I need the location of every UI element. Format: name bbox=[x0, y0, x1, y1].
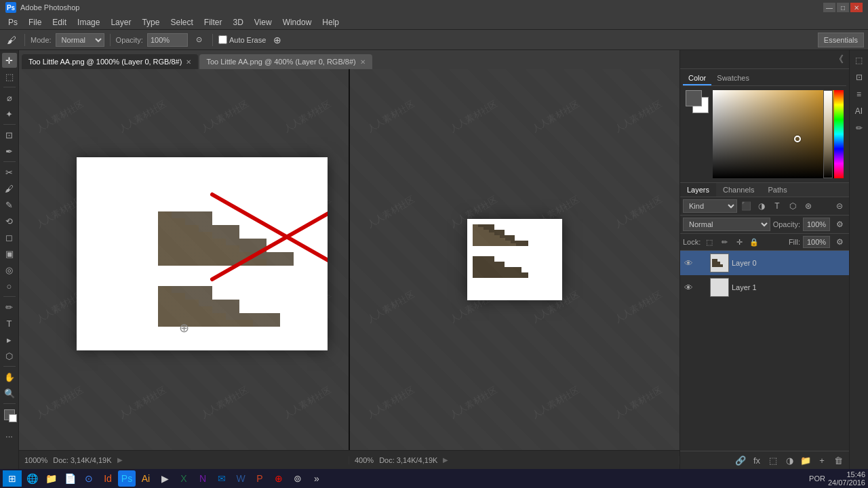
layers-filter-shape-btn[interactable]: ⬡ bbox=[786, 199, 800, 213]
history-brush-tool[interactable]: ⟲ bbox=[2, 214, 17, 228]
taskbar-photoshop-icon[interactable]: Ps bbox=[118, 470, 136, 487]
text-tool[interactable]: T bbox=[2, 316, 17, 331]
tab-layers[interactable]: Layers bbox=[680, 183, 716, 197]
menu-edit[interactable]: Edit bbox=[47, 16, 72, 28]
tab-channels[interactable]: Channels bbox=[716, 183, 761, 197]
shape-tool[interactable]: ⬡ bbox=[2, 348, 17, 363]
document-tab-1[interactable]: Too Little AA.png @ 1000% (Layer 0, RGB/… bbox=[22, 54, 198, 69]
canvas-pane-2[interactable]: 人人素材社区人人素材社区人人素材社区人人素材社区 人人素材社区人人素材社区人人素… bbox=[350, 69, 679, 450]
pressure2-btn[interactable]: ⊕ bbox=[270, 33, 285, 47]
pen-tool[interactable]: ✏ bbox=[2, 300, 17, 314]
fg-bg-color-picker[interactable] bbox=[4, 409, 15, 420]
canvas-pane-1[interactable]: 人人素材社区人人素材社区人人素材社区人人素材社区 人人素材社区人人素材社区人人素… bbox=[19, 69, 350, 450]
auto-erase-checkbox[interactable] bbox=[218, 35, 227, 44]
taskbar-files-icon[interactable]: 📄 bbox=[61, 470, 79, 487]
extras-btn-3[interactable]: ≡ bbox=[852, 87, 867, 102]
menu-view[interactable]: View bbox=[249, 16, 277, 28]
status-arrow-2[interactable]: ▶ bbox=[443, 456, 448, 464]
layer-adjust-btn[interactable]: ◑ bbox=[783, 453, 796, 467]
maximize-button[interactable]: □ bbox=[837, 3, 849, 12]
taskbar-ppt-icon[interactable]: P bbox=[251, 470, 269, 487]
extras-btn-1[interactable]: ⬚ bbox=[852, 53, 867, 68]
layer-1-visibility[interactable]: 👁 bbox=[683, 282, 694, 293]
taskbar-more-btn[interactable]: » bbox=[308, 470, 326, 487]
new-layer-btn[interactable]: + bbox=[815, 453, 829, 467]
fill-settings-btn[interactable]: ⚙ bbox=[833, 235, 846, 249]
taskbar-folder-icon[interactable]: 📁 bbox=[42, 470, 60, 487]
brush-tool-btn[interactable]: 🖌 bbox=[4, 33, 19, 47]
crop-tool[interactable]: ⊡ bbox=[2, 127, 17, 142]
more-tools-btn[interactable]: ··· bbox=[2, 428, 17, 443]
taskbar-chrome-icon[interactable]: ⊙ bbox=[80, 470, 98, 487]
lasso-tool[interactable]: ⌀ bbox=[2, 90, 17, 105]
eraser-tool[interactable]: ◻ bbox=[2, 230, 17, 245]
lock-pixels-btn[interactable]: ✏ bbox=[718, 236, 730, 248]
blend-mode-select[interactable]: Normal Dissolve Multiply bbox=[683, 218, 770, 231]
color-gradient-container[interactable] bbox=[713, 90, 844, 178]
tab-paths[interactable]: Paths bbox=[762, 183, 794, 197]
layer-0-visibility[interactable]: 👁 bbox=[683, 258, 694, 268]
taskbar-indesign-icon[interactable]: Id bbox=[99, 470, 117, 487]
taskbar-excel-icon[interactable]: X bbox=[175, 470, 193, 487]
layer-link-btn[interactable]: 🔗 bbox=[734, 453, 747, 467]
fill-value-input[interactable] bbox=[803, 236, 830, 248]
start-button[interactable]: ⊞ bbox=[3, 470, 22, 487]
menu-layer[interactable]: Layer bbox=[105, 16, 136, 28]
path-selection-tool[interactable]: ▸ bbox=[2, 332, 17, 347]
layers-filter-toggle-btn[interactable]: ⊝ bbox=[833, 199, 846, 213]
menu-select[interactable]: Select bbox=[165, 16, 198, 28]
fg-bg-boxes[interactable] bbox=[686, 90, 709, 113]
blur-tool[interactable]: ◎ bbox=[2, 262, 17, 277]
clone-stamp-tool[interactable]: ✎ bbox=[2, 197, 17, 212]
document-tab-2[interactable]: Too Little AA.png @ 400% (Layer 0, RGB/8… bbox=[199, 54, 372, 69]
layers-filter-adjustment-btn[interactable]: ◑ bbox=[755, 199, 768, 213]
eyedropper-tool[interactable]: ✒ bbox=[2, 144, 17, 159]
layer-group-btn[interactable]: 📁 bbox=[799, 453, 812, 467]
hand-tool[interactable]: ✋ bbox=[2, 369, 17, 384]
minimize-button[interactable]: — bbox=[823, 3, 835, 12]
move-tool[interactable]: ✛ bbox=[2, 53, 17, 68]
tab-color[interactable]: Color bbox=[683, 72, 711, 85]
menu-3d[interactable]: 3D bbox=[227, 16, 248, 28]
layers-filter-smart-btn[interactable]: ⊛ bbox=[802, 199, 815, 213]
taskbar-illustrator-icon[interactable]: Ai bbox=[137, 470, 155, 487]
magic-wand-tool[interactable]: ✦ bbox=[2, 106, 17, 121]
layers-filter-type-btn[interactable]: T bbox=[770, 199, 784, 213]
menu-image[interactable]: Image bbox=[72, 16, 105, 28]
menu-type[interactable]: Type bbox=[136, 16, 165, 28]
menu-filter[interactable]: Filter bbox=[199, 16, 228, 28]
panel-collapse-btn[interactable]: 《 bbox=[831, 52, 846, 67]
layer-1-thumbnail[interactable] bbox=[710, 278, 729, 297]
taskbar-safari-icon[interactable]: ⊚ bbox=[289, 470, 307, 487]
layer-mask-btn[interactable]: ⬚ bbox=[766, 453, 780, 467]
mode-select[interactable]: Normal Dissolve Multiply bbox=[56, 33, 104, 47]
taskbar-onenote-icon[interactable]: N bbox=[194, 470, 212, 487]
taskbar-word-icon[interactable]: W bbox=[232, 470, 250, 487]
taskbar-media-icon[interactable]: ▶ bbox=[156, 470, 174, 487]
extras-btn-4[interactable]: AI bbox=[852, 104, 867, 119]
menu-ps[interactable]: Ps bbox=[3, 16, 23, 28]
layer-item-1[interactable]: 👁 Layer 1 bbox=[680, 275, 849, 300]
lock-transparent-btn[interactable]: ⬚ bbox=[703, 236, 715, 248]
tab2-close[interactable]: ✕ bbox=[360, 58, 366, 66]
taskbar-ie-icon[interactable]: 🌐 bbox=[23, 470, 41, 487]
brush-tool[interactable]: 🖌 bbox=[2, 181, 17, 196]
extras-btn-2[interactable]: ⊡ bbox=[852, 70, 867, 85]
dodge-tool[interactable]: ○ bbox=[2, 279, 17, 293]
taskbar-pdf-icon[interactable]: ⊕ bbox=[270, 470, 288, 487]
opacity-settings-btn[interactable]: ⚙ bbox=[833, 218, 846, 231]
taskbar-mail-icon[interactable]: ✉ bbox=[213, 470, 231, 487]
color-opacity-bar[interactable] bbox=[823, 90, 833, 178]
foreground-color-box[interactable] bbox=[686, 90, 702, 106]
extras-btn-5[interactable]: ✏ bbox=[852, 121, 867, 136]
spot-healing-tool[interactable]: ✂ bbox=[2, 165, 17, 180]
opacity-value-input[interactable] bbox=[803, 218, 830, 231]
tab-swatches[interactable]: Swatches bbox=[711, 72, 755, 85]
menu-window[interactable]: Window bbox=[277, 16, 317, 28]
color-spectrum-bar[interactable] bbox=[834, 90, 844, 178]
zoom-tool[interactable]: 🔍 bbox=[2, 386, 17, 401]
document-canvas-1[interactable] bbox=[77, 157, 328, 350]
marquee-tool[interactable]: ⬚ bbox=[2, 69, 17, 84]
status-arrow-1[interactable]: ▶ bbox=[117, 456, 123, 464]
gradient-tool[interactable]: ▣ bbox=[2, 246, 17, 261]
